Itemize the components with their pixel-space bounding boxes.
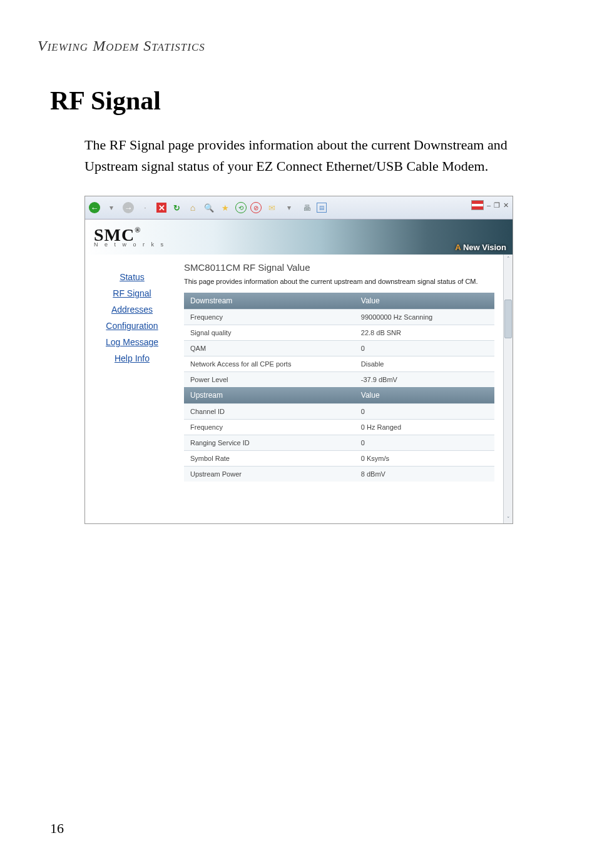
page-body-text: The RF Signal page provides information … bbox=[0, 128, 597, 189]
cell-param: Power Level bbox=[184, 372, 355, 388]
scroll-thumb[interactable] bbox=[504, 300, 512, 338]
page-banner: SMC® N e t w o r k s A New Vision bbox=[85, 220, 513, 255]
close-button[interactable]: ✕ bbox=[503, 201, 509, 209]
main-content: SMC8011CM RF Signal Value This page prov… bbox=[179, 255, 503, 523]
back-dropdown[interactable]: ▾ bbox=[105, 201, 118, 214]
th-downstream: Downstream bbox=[184, 293, 355, 310]
print-button[interactable]: 🖶 bbox=[300, 201, 313, 214]
cell-value: 0 bbox=[355, 404, 494, 420]
separator: · bbox=[139, 201, 151, 214]
cell-value: Disable bbox=[355, 356, 494, 372]
window-controls: – ❐ ✕ bbox=[471, 200, 509, 210]
mail-button[interactable]: ✉ bbox=[265, 201, 278, 214]
cell-value: 0 bbox=[355, 435, 494, 451]
cell-value: 8 dBmV bbox=[355, 467, 494, 482]
mail-dropdown[interactable]: ▾ bbox=[283, 201, 295, 214]
table-row: Symbol Rate0 Ksym/s bbox=[184, 451, 494, 467]
scroll-up-icon[interactable]: ˄ bbox=[505, 256, 511, 262]
sidebar-item-help-info[interactable]: Help Info bbox=[90, 353, 174, 363]
table-row: Power Level-37.9 dBmV bbox=[184, 372, 494, 388]
stop-button[interactable]: ✕ bbox=[156, 203, 166, 213]
table-row: Frequency0 Hz Ranged bbox=[184, 420, 494, 435]
favorites-button[interactable]: ★ bbox=[219, 201, 232, 214]
back-button[interactable]: ← bbox=[89, 202, 100, 213]
restore-button[interactable]: ❐ bbox=[494, 201, 500, 209]
th-downstream-value: Value bbox=[355, 293, 494, 310]
banner-tagline: A New Vision bbox=[455, 243, 506, 252]
table-row: Network Access for all CPE portsDisable bbox=[184, 356, 494, 372]
refresh-button[interactable]: ↻ bbox=[170, 201, 183, 214]
cell-value: -37.9 dBmV bbox=[355, 372, 494, 388]
sidebar: Status RF Signal Addresses Configuration… bbox=[85, 255, 179, 523]
content-title: SMC8011CM RF Signal Value bbox=[184, 262, 494, 273]
th-upstream: Upstream bbox=[184, 387, 355, 404]
sidebar-item-configuration[interactable]: Configuration bbox=[90, 321, 174, 331]
cell-value: 0 Ksym/s bbox=[355, 451, 494, 467]
sidebar-item-rf-signal[interactable]: RF Signal bbox=[90, 288, 174, 298]
logo-text: SMC® bbox=[94, 227, 166, 243]
logo-block: SMC® N e t w o r k s bbox=[94, 227, 166, 248]
cell-param: Signal quality bbox=[184, 325, 355, 341]
cell-param: Network Access for all CPE ports bbox=[184, 356, 355, 372]
content-area: Status RF Signal Addresses Configuration… bbox=[85, 255, 513, 523]
browser-toolbar: ← ▾ → · ✕ ↻ ⌂ 🔍 ★ ⟲ ⊘ ✉ ▾ 🖶 ▤ – ❐ ✕ bbox=[85, 196, 513, 220]
sidebar-item-log-message[interactable]: Log Message bbox=[90, 337, 174, 347]
table-header-upstream: Upstream Value bbox=[184, 387, 494, 404]
cell-param: QAM bbox=[184, 341, 355, 356]
sidebar-item-addresses[interactable]: Addresses bbox=[90, 305, 174, 315]
browser-window: ← ▾ → · ✕ ↻ ⌂ 🔍 ★ ⟲ ⊘ ✉ ▾ 🖶 ▤ – ❐ ✕ SMC®… bbox=[84, 196, 513, 524]
table-row: Channel ID0 bbox=[184, 404, 494, 420]
cell-value: 0 bbox=[355, 341, 494, 356]
tagline-a: A bbox=[455, 243, 461, 252]
table-row: Signal quality22.8 dB SNR bbox=[184, 325, 494, 341]
cell-value: 99000000 Hz Scanning bbox=[355, 310, 494, 325]
windows-flag-icon bbox=[471, 200, 484, 210]
tagline-rest: New Vision bbox=[461, 243, 506, 252]
cell-param: Frequency bbox=[184, 420, 355, 435]
minimize-button[interactable]: – bbox=[487, 201, 491, 209]
logo-reg: ® bbox=[135, 226, 141, 235]
table-row: Frequency99000000 Hz Scanning bbox=[184, 310, 494, 325]
scroll-down-icon[interactable]: ˅ bbox=[505, 516, 511, 522]
edit-button[interactable]: ▤ bbox=[317, 203, 327, 213]
scrollbar[interactable]: ˄ ˅ bbox=[503, 255, 513, 523]
content-description: This page provides information about the… bbox=[184, 278, 494, 285]
search-button[interactable]: 🔍 bbox=[203, 201, 215, 214]
table-row: QAM0 bbox=[184, 341, 494, 356]
logo-subtext: N e t w o r k s bbox=[94, 241, 166, 248]
cell-value: 22.8 dB SNR bbox=[355, 325, 494, 341]
page-header: Viewing Modem Statistics bbox=[0, 0, 597, 67]
page-number: 16 bbox=[50, 820, 64, 837]
cell-param: Symbol Rate bbox=[184, 451, 355, 467]
cell-param: Upstream Power bbox=[184, 467, 355, 482]
cell-param: Channel ID bbox=[184, 404, 355, 420]
th-upstream-value: Value bbox=[355, 387, 494, 404]
table-row: Ranging Service ID0 bbox=[184, 435, 494, 451]
table-header-downstream: Downstream Value bbox=[184, 293, 494, 310]
page-title: RF Signal bbox=[0, 67, 597, 128]
signal-table: Downstream Value Frequency99000000 Hz Sc… bbox=[184, 293, 494, 482]
forward-button[interactable]: → bbox=[123, 202, 134, 213]
cell-param: Ranging Service ID bbox=[184, 435, 355, 451]
table-row: Upstream Power8 dBmV bbox=[184, 467, 494, 482]
history-button[interactable]: ⟲ bbox=[235, 202, 247, 213]
cell-param: Frequency bbox=[184, 310, 355, 325]
home-button[interactable]: ⌂ bbox=[186, 201, 199, 214]
cell-value: 0 Hz Ranged bbox=[355, 420, 494, 435]
blocked-button[interactable]: ⊘ bbox=[250, 202, 262, 213]
sidebar-item-status[interactable]: Status bbox=[90, 272, 174, 282]
